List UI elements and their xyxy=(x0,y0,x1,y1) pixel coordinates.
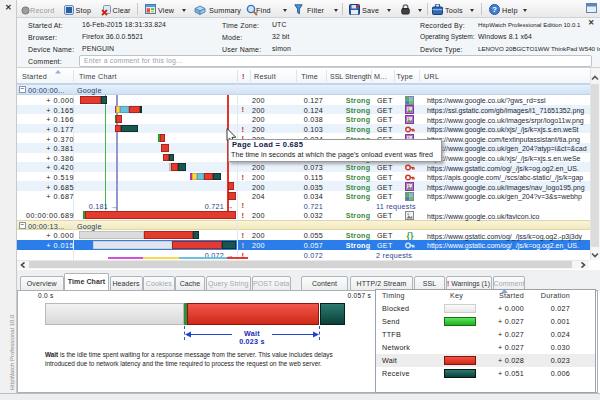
svg-text:?: ? xyxy=(492,5,497,14)
svg-text:{}: {} xyxy=(406,231,414,240)
